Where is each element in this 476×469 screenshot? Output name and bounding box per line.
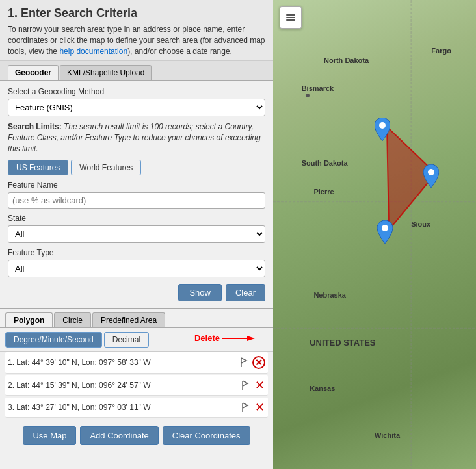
delete-arrow-svg <box>222 332 255 345</box>
feature-name-input[interactable] <box>8 192 265 209</box>
format-dms-btn[interactable]: Degree/Minute/Second <box>5 332 102 348</box>
add-coordinate-button[interactable]: Add Coordinate <box>80 426 158 445</box>
map-pin-1[interactable] <box>375 118 390 143</box>
method-label: Select a Geocoding Method <box>8 87 265 96</box>
map-panel[interactable]: North Dakota Bismarck Fargo South Dakota… <box>273 0 476 469</box>
geocoder-content: Select a Geocoding Method Feature (GNIS)… <box>0 81 273 307</box>
delete-icon-3[interactable]: ✕ <box>254 401 265 413</box>
coord-value-2: Lat: 44° 15' 39" N, Lon: 096° 24' 57" W <box>16 381 150 390</box>
show-button[interactable]: Show <box>178 284 222 301</box>
coord-actions-3: ✕ <box>240 401 265 413</box>
delete-annotation: Delete <box>194 332 255 345</box>
coord-index-1: 1. <box>8 358 16 367</box>
tab-geocoder[interactable]: Geocoder <box>8 65 59 80</box>
svg-point-10 <box>428 169 434 175</box>
format-decimal-btn[interactable]: Decimal <box>104 332 149 348</box>
svg-rect-6 <box>286 14 295 16</box>
circle-delete-1[interactable]: ✕ <box>252 356 265 369</box>
world-features-btn[interactable]: World Features <box>71 160 141 175</box>
feature-type-select[interactable]: All <box>8 260 265 277</box>
state-label: State <box>8 214 265 223</box>
feature-type-label: Feature Type <box>8 248 265 257</box>
us-features-btn[interactable]: US Features <box>8 160 68 175</box>
search-limits-prefix: Search Limits: <box>8 122 62 131</box>
feature-name-label: Feature Name <box>8 181 265 190</box>
tab-polygon[interactable]: Polygon <box>5 312 53 327</box>
svg-rect-7 <box>286 17 295 18</box>
clear-button[interactable]: Clear <box>226 284 265 301</box>
use-map-button[interactable]: Use Map <box>23 426 76 445</box>
tab-circle[interactable]: Circle <box>54 312 91 327</box>
svg-point-11 <box>382 225 388 231</box>
left-panel: 1. Enter Search Criteria To narrow your … <box>0 0 273 469</box>
show-clear-row: Show Clear <box>8 284 265 301</box>
delete-label: Delete <box>194 333 220 343</box>
map-pin-3[interactable] <box>377 220 393 246</box>
state-select[interactable]: All <box>8 225 265 243</box>
search-limits-text: Search Limits: The search result limit i… <box>8 121 265 154</box>
flag-icon-1[interactable] <box>239 357 250 368</box>
svg-rect-8 <box>286 19 295 21</box>
table-row: 2. Lat: 44° 15' 39" N, Lon: 096° 24' 57"… <box>5 375 268 396</box>
map-background: North Dakota Bismarck Fargo South Dakota… <box>273 0 476 469</box>
table-row: 3. Lat: 43° 27' 10" N, Lon: 097° 03' 11"… <box>5 398 268 418</box>
tab-predefined[interactable]: Predefined Area <box>92 312 165 327</box>
coord-text-3: 3. Lat: 43° 27' 10" N, Lon: 097° 03' 11"… <box>8 403 240 412</box>
coord-actions-2: ✕ <box>240 379 265 391</box>
delete-icon-2[interactable]: ✕ <box>254 379 265 391</box>
coord-index-2: 2. <box>8 381 16 390</box>
coord-list: 1. Lat: 44° 39' 10" N, Lon: 097° 58' 33"… <box>0 352 273 418</box>
coord-text-1: 1. Lat: 44° 39' 10" N, Lon: 097° 58' 33"… <box>8 358 239 367</box>
help-link[interactable]: help documentation <box>59 47 127 56</box>
method-select[interactable]: Feature (GNIS) <box>8 99 265 116</box>
header-description: To narrow your search area: type in an a… <box>8 24 265 57</box>
coord-value-3: Lat: 43° 27' 10" N, Lon: 097° 03' 11" W <box>16 403 150 412</box>
coord-value-1: Lat: 44° 39' 10" N, Lon: 097° 58' 33" W <box>16 358 150 367</box>
clear-coordinates-button[interactable]: Clear Coordinates <box>163 426 250 445</box>
coord-section: Polygon Circle Predefined Area Degree/Mi… <box>0 308 273 451</box>
table-row: 1. Lat: 44° 39' 10" N, Lon: 097° 58' 33"… <box>5 352 268 374</box>
feature-toggle: US Features World Features <box>8 160 265 175</box>
header-desc-text2: ), and/or choose a date range. <box>127 47 232 56</box>
flag-icon-3[interactable] <box>240 401 252 413</box>
coord-actions-1: ✕ <box>239 356 265 369</box>
top-tabs-bar: Geocoder KML/Shapefile Upload <box>0 61 273 81</box>
svg-point-9 <box>379 122 386 129</box>
coord-type-tabs: Polygon Circle Predefined Area <box>0 309 273 328</box>
coord-index-3: 3. <box>8 403 16 412</box>
layers-button[interactable] <box>280 6 302 29</box>
layers-icon <box>284 11 297 24</box>
flag-icon-2[interactable] <box>240 379 252 391</box>
search-header: 1. Enter Search Criteria To narrow your … <box>0 0 273 61</box>
coord-text-2: 2. Lat: 44° 15' 39" N, Lon: 096° 24' 57"… <box>8 381 240 390</box>
polygon-triangle-svg <box>273 0 476 469</box>
page-title: 1. Enter Search Criteria <box>8 6 265 20</box>
tab-kml[interactable]: KML/Shapefile Upload <box>60 65 152 80</box>
map-pin-2[interactable] <box>423 164 439 190</box>
coord-bottom-buttons: Use Map Add Coordinate Clear Coordinates <box>0 420 273 451</box>
